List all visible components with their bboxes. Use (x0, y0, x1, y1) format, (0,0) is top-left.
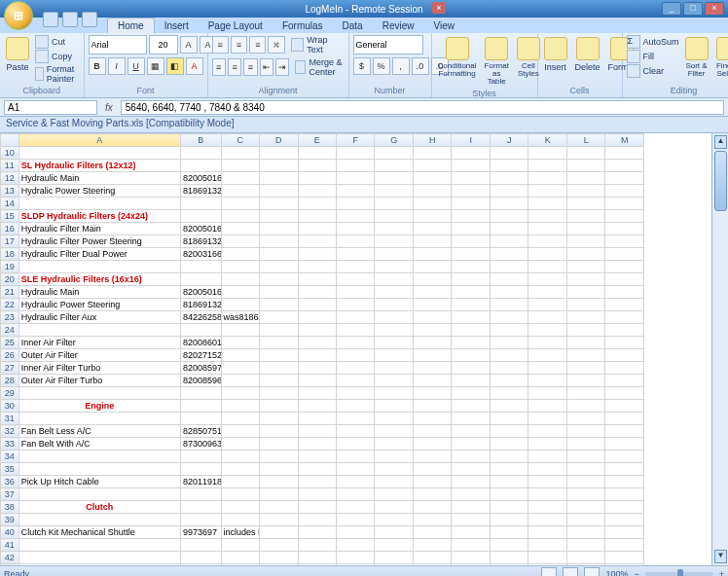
cell[interactable] (490, 235, 528, 248)
cell[interactable] (260, 501, 298, 514)
cell[interactable] (180, 400, 221, 413)
fx-icon[interactable]: fx (99, 102, 119, 113)
cell[interactable] (375, 147, 413, 160)
cell[interactable] (490, 476, 528, 488)
column-header-H[interactable]: H (413, 134, 451, 147)
cell[interactable] (298, 198, 336, 210)
cell[interactable] (221, 248, 259, 261)
cell[interactable] (298, 337, 336, 349)
cell[interactable] (375, 514, 413, 526)
cell[interactable] (452, 185, 490, 198)
cell[interactable] (260, 349, 298, 362)
cell[interactable] (413, 210, 451, 223)
cell[interactable] (452, 564, 490, 566)
cell[interactable] (452, 488, 490, 501)
cell[interactable] (490, 324, 528, 337)
cell[interactable] (18, 564, 180, 566)
sheet-grid[interactable]: ABCDEFGHIJKLM 1011SL Hydraulic Filters (… (0, 133, 711, 565)
cell[interactable] (490, 311, 528, 324)
cell[interactable] (490, 463, 528, 476)
cell[interactable] (180, 273, 221, 286)
cell[interactable] (528, 172, 566, 185)
cell[interactable]: SLE Hydraulic Filters (16x16) (18, 273, 180, 286)
cell[interactable] (413, 539, 451, 552)
cell[interactable] (375, 362, 413, 375)
cell[interactable] (260, 311, 298, 324)
cell[interactable] (605, 223, 644, 235)
cell[interactable] (375, 337, 413, 349)
tab-review[interactable]: Review (373, 18, 424, 33)
row-header[interactable]: 31 (1, 413, 19, 425)
cell[interactable] (375, 311, 413, 324)
border-button[interactable]: ▦ (147, 57, 164, 75)
cell[interactable] (260, 172, 298, 185)
cell[interactable] (490, 375, 528, 387)
cell[interactable] (375, 185, 413, 198)
cell[interactable] (298, 488, 336, 501)
cell[interactable] (298, 147, 336, 160)
cell[interactable] (528, 476, 566, 488)
cell[interactable] (221, 501, 259, 514)
cell[interactable] (452, 400, 490, 413)
cell[interactable] (18, 198, 180, 210)
cell[interactable] (298, 311, 336, 324)
cell[interactable] (605, 476, 644, 488)
cell[interactable] (298, 261, 336, 273)
cell[interactable] (413, 413, 451, 425)
format-as-table-button[interactable]: Format as Table (483, 35, 511, 88)
cell[interactable] (452, 387, 490, 400)
cell[interactable] (452, 463, 490, 476)
conditional-formatting-button[interactable]: Conditional Formatting (436, 35, 479, 80)
cell[interactable] (605, 526, 644, 539)
cell[interactable]: 82008601 (180, 337, 221, 349)
cell[interactable] (375, 526, 413, 539)
cell[interactable] (221, 223, 259, 235)
cell[interactable] (298, 160, 336, 172)
cell[interactable] (221, 552, 259, 564)
cell[interactable] (566, 160, 604, 172)
delete-cells-button[interactable]: Delete (573, 35, 602, 74)
align-bottom-button[interactable]: ≡ (249, 36, 266, 54)
cell[interactable] (528, 539, 566, 552)
cell[interactable] (375, 324, 413, 337)
cell[interactable]: Hydralic Power Steering (18, 185, 180, 198)
align-center-button[interactable]: ≡ (228, 58, 241, 76)
column-header-L[interactable]: L (566, 134, 604, 147)
scroll-thumb[interactable] (714, 151, 727, 211)
cell[interactable] (528, 223, 566, 235)
cell[interactable] (413, 198, 451, 210)
cell[interactable] (221, 235, 259, 248)
cell[interactable] (221, 198, 259, 210)
fill-color-button[interactable]: ◧ (166, 57, 184, 75)
cell[interactable] (337, 261, 375, 273)
cell[interactable] (605, 172, 644, 185)
cell[interactable] (413, 514, 451, 526)
cell[interactable] (375, 172, 413, 185)
cell[interactable] (375, 564, 413, 566)
cell[interactable] (566, 387, 604, 400)
row-header[interactable]: 14 (1, 198, 19, 210)
scroll-down-arrow[interactable]: ▼ (714, 550, 727, 563)
cell[interactable] (221, 160, 259, 172)
column-header-G[interactable]: G (375, 134, 413, 147)
cell[interactable] (528, 248, 566, 261)
cell[interactable] (413, 235, 451, 248)
cell[interactable] (221, 438, 259, 450)
row-header[interactable]: 20 (1, 273, 19, 286)
cell[interactable] (413, 463, 451, 476)
cell[interactable] (298, 539, 336, 552)
cell[interactable]: Hydraulic Main (18, 172, 180, 185)
cell[interactable] (605, 400, 644, 413)
cell[interactable] (260, 235, 298, 248)
scroll-up-arrow[interactable]: ▲ (714, 135, 727, 149)
font-size-select[interactable] (149, 35, 178, 54)
cell[interactable] (490, 349, 528, 362)
cell[interactable] (566, 526, 604, 539)
row-header[interactable]: 13 (1, 185, 19, 198)
cell[interactable] (528, 147, 566, 160)
cell[interactable] (566, 438, 604, 450)
cell[interactable] (260, 210, 298, 223)
cell[interactable] (566, 198, 604, 210)
cell[interactable]: Outer Air Filter (18, 349, 180, 362)
column-header-D[interactable]: D (260, 134, 298, 147)
